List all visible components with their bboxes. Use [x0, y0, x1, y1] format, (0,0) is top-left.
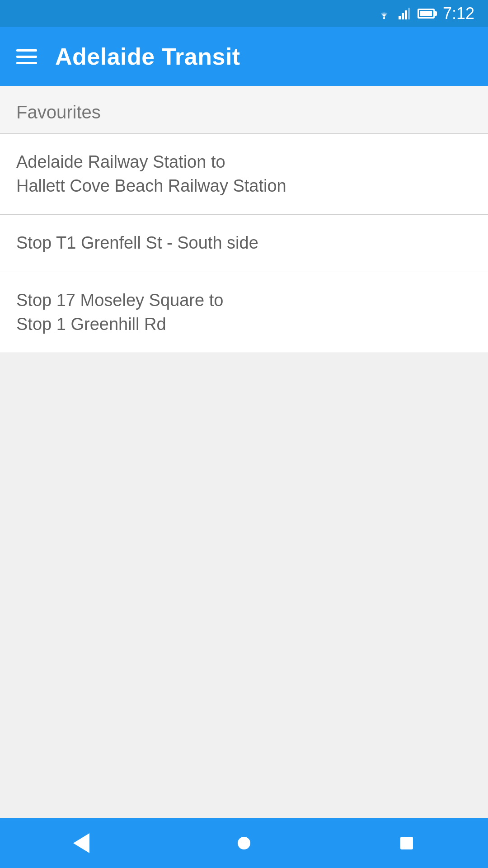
list-item-text: Stop T1 Grenfell St - South side — [16, 231, 258, 255]
svg-rect-2 — [402, 13, 404, 19]
status-icons — [376, 8, 435, 19]
list-item-text: Adelaide Railway Station to Hallett Cove… — [16, 150, 286, 198]
back-icon — [73, 833, 89, 853]
status-bar: 7:12 — [0, 0, 488, 27]
recent-button[interactable] — [389, 825, 425, 861]
svg-rect-1 — [399, 16, 401, 19]
signal-icon — [399, 8, 411, 19]
svg-rect-3 — [405, 10, 407, 19]
status-time: 7:12 — [443, 4, 474, 23]
home-icon — [238, 837, 250, 849]
recent-icon — [400, 837, 413, 849]
menu-button[interactable] — [16, 49, 37, 64]
favourites-section-header: Favourites — [0, 86, 488, 133]
nav-bar — [0, 818, 488, 868]
back-button[interactable] — [63, 825, 99, 861]
app-bar: Adelaide Transit — [0, 27, 488, 86]
content-area: Favourites Adelaide Railway Station to H… — [0, 86, 488, 818]
app-title: Adelaide Transit — [55, 43, 240, 70]
svg-point-0 — [383, 17, 385, 19]
list-item[interactable]: Adelaide Railway Station to Hallett Cove… — [0, 134, 488, 214]
list-item[interactable]: Stop T1 Grenfell St - South side — [0, 215, 488, 271]
list-item-text: Stop 17 Moseley Square to Stop 1 Greenhi… — [16, 288, 223, 336]
section-title: Favourites — [16, 102, 101, 122]
battery-icon — [418, 9, 435, 19]
list-item[interactable]: Stop 17 Moseley Square to Stop 1 Greenhi… — [0, 272, 488, 353]
wifi-icon — [376, 8, 392, 19]
home-button[interactable] — [226, 825, 262, 861]
svg-rect-4 — [408, 8, 410, 19]
empty-space — [0, 353, 488, 818]
